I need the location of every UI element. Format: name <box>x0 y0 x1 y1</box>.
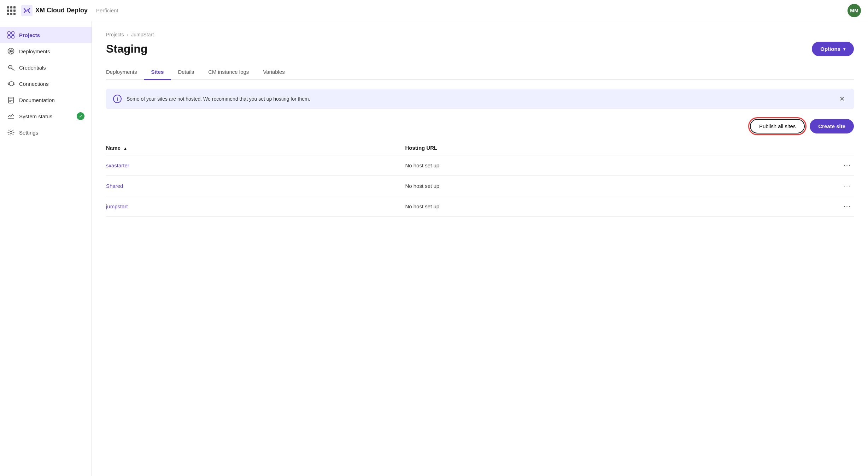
chevron-down-icon: ▾ <box>843 47 845 52</box>
user-avatar[interactable]: MM <box>848 4 861 17</box>
sites-table: Name ▲ Hosting URL sxastarterNo host set… <box>106 141 854 217</box>
grid-menu-icon[interactable] <box>7 6 16 15</box>
row-more-actions[interactable]: ··· <box>841 181 854 191</box>
tab-deployments[interactable]: Deployments <box>106 65 144 80</box>
site-name-link[interactable]: Shared <box>106 183 123 189</box>
svg-line-7 <box>12 69 14 70</box>
logo-area: XM Cloud Deploy <box>21 5 88 16</box>
site-name-link[interactable]: sxastarter <box>106 162 129 168</box>
info-banner: i Some of your sites are not hosted. We … <box>106 89 854 109</box>
svg-rect-3 <box>8 36 10 38</box>
info-banner-text: Some of your sites are not hosted. We re… <box>127 96 832 102</box>
topnav-left: XM Cloud Deploy Perficient <box>7 5 118 16</box>
publish-all-sites-button[interactable]: Publish all sites <box>750 119 805 133</box>
sidebar-label-credentials: Credentials <box>19 65 46 71</box>
main-layout: Projects Deployments Credentials <box>0 21 868 476</box>
sidebar-label-documentation: Documentation <box>19 97 55 103</box>
table-row: sxastarterNo host set up··· <box>106 155 854 176</box>
sidebar-item-connections[interactable]: Connections <box>0 76 92 92</box>
svg-rect-1 <box>8 32 10 34</box>
col-header-hosting: Hosting URL <box>405 141 741 155</box>
documentation-icon <box>7 96 15 104</box>
connections-icon <box>7 80 15 88</box>
hosting-url-cell: No host set up <box>405 176 741 196</box>
close-banner-button[interactable]: ✕ <box>837 94 847 103</box>
hosting-url-cell: No host set up <box>405 196 741 217</box>
sidebar-item-credentials[interactable]: Credentials <box>0 59 92 76</box>
deployments-icon <box>7 47 15 55</box>
xm-cloud-logo <box>21 5 33 16</box>
credentials-icon <box>7 64 15 71</box>
sidebar-label-projects: Projects <box>19 32 40 38</box>
breadcrumb-jumpstart: JumpStart <box>131 32 154 37</box>
projects-icon <box>7 31 15 39</box>
checkmark-icon: ✓ <box>79 114 83 119</box>
sidebar-item-deployments[interactable]: Deployments <box>0 43 92 59</box>
row-more-actions[interactable]: ··· <box>841 160 854 170</box>
breadcrumb-separator: › <box>127 32 129 37</box>
table-row: jumpstartNo host set up··· <box>106 196 854 217</box>
sidebar-label-system-status: System status <box>19 113 52 119</box>
system-status-icon <box>7 112 15 120</box>
site-name-link[interactable]: jumpstart <box>106 203 128 209</box>
action-row: Publish all sites Create site <box>106 119 854 133</box>
sidebar-item-documentation[interactable]: Documentation <box>0 92 92 108</box>
sidebar-label-connections: Connections <box>19 81 48 87</box>
row-more-actions[interactable]: ··· <box>841 201 854 211</box>
col-header-actions <box>742 141 854 155</box>
org-name: Perficient <box>96 7 118 13</box>
options-button[interactable]: Options ▾ <box>812 42 854 56</box>
app-title: XM Cloud Deploy <box>35 7 88 14</box>
breadcrumb: Projects › JumpStart <box>106 32 854 37</box>
sidebar-item-settings[interactable]: Settings <box>0 124 92 141</box>
sort-asc-icon[interactable]: ▲ <box>123 146 127 150</box>
tabs-bar: Deployments Sites Details CM instance lo… <box>106 65 854 80</box>
hosting-url-cell: No host set up <box>405 155 741 176</box>
top-nav: XM Cloud Deploy Perficient MM <box>0 0 868 21</box>
options-label: Options <box>820 46 840 52</box>
main-content: Projects › JumpStart Staging Options ▾ D… <box>92 21 868 476</box>
page-title: Staging <box>106 42 147 55</box>
sidebar-label-deployments: Deployments <box>19 48 50 54</box>
sidebar-label-settings: Settings <box>19 130 38 136</box>
name-column-label: Name <box>106 145 121 151</box>
svg-rect-4 <box>12 36 14 38</box>
sidebar-item-projects[interactable]: Projects <box>0 27 92 43</box>
tab-variables[interactable]: Variables <box>256 65 292 80</box>
sidebar-item-system-status[interactable]: System status ✓ <box>0 108 92 124</box>
settings-icon <box>7 129 15 136</box>
tab-details[interactable]: Details <box>171 65 201 80</box>
svg-point-15 <box>10 131 12 133</box>
table-row: SharedNo host set up··· <box>106 176 854 196</box>
create-site-button[interactable]: Create site <box>810 119 854 133</box>
info-icon: i <box>113 95 122 103</box>
col-header-name: Name ▲ <box>106 141 405 155</box>
sidebar: Projects Deployments Credentials <box>0 21 92 476</box>
breadcrumb-projects[interactable]: Projects <box>106 32 124 37</box>
page-header: Staging Options ▾ <box>106 42 854 56</box>
svg-rect-2 <box>12 32 14 34</box>
system-status-badge: ✓ <box>77 112 84 120</box>
tab-cm-instance-logs[interactable]: CM instance logs <box>201 65 256 80</box>
tab-sites[interactable]: Sites <box>144 65 171 80</box>
